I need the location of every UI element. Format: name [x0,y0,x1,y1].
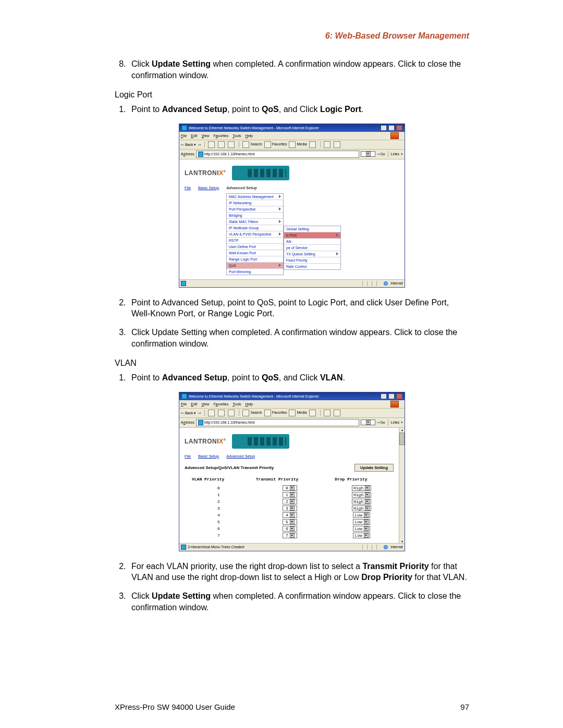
ie-brand-badge [390,401,399,408]
nav-basic-setup[interactable]: Basic Setup [198,186,219,190]
menu-favorites[interactable]: Favorites [213,134,228,138]
menu-item[interactable]: Range Logic Port [227,256,283,263]
media-button[interactable]: Media [289,141,307,148]
transmit-priority-select[interactable]: 3 [283,505,297,511]
menu-view[interactable]: View [201,134,209,138]
submenu-item[interactable]: TX Queue Setting [284,251,340,257]
stop-icon[interactable] [208,410,215,416]
menu-item[interactable]: Well-Known Port [227,250,283,256]
nav-advanced-setup[interactable]: Advanced Setup [226,186,257,190]
menu-item[interactable]: User Define Port [227,244,283,250]
history-icon[interactable] [309,141,316,148]
drop-priority-select[interactable]: Low [353,526,370,532]
submenu-item[interactable]: pe of Service [284,245,340,251]
mail-icon[interactable] [324,410,331,416]
nav-basic-setup[interactable]: Basic Setup [198,454,219,459]
menu-file[interactable]: File [181,402,187,406]
back-button[interactable]: ⇦ Back ▾ [181,143,196,146]
home-icon[interactable] [228,410,235,416]
menu-item[interactable]: Port Mirroring [227,269,283,275]
links-label[interactable]: Links [391,421,399,424]
update-setting-button[interactable]: Update Setting [354,464,394,472]
menu-item[interactable]: Static MAC Filters [227,219,283,225]
drop-priority-select[interactable]: Low [353,512,370,518]
menu-edit[interactable]: Edit [191,134,197,138]
vertical-scrollbar[interactable]: ▴ ▾ [399,428,405,543]
menu-tools[interactable]: Tools [232,134,241,138]
close-button[interactable] [396,393,402,399]
go-button[interactable]: ⇨Go [377,152,385,156]
maximize-button[interactable] [388,393,395,399]
menu-item[interactable]: Bridging [227,213,283,219]
menu-item[interactable]: Port Perspective [227,206,283,213]
history-icon[interactable] [309,410,316,416]
nav-file[interactable]: File [185,186,191,190]
drop-priority-select[interactable]: High [352,492,371,498]
menu-item[interactable]: VLAN & PVID Perspective [227,231,283,238]
go-button[interactable]: ⇨Go [377,421,385,425]
drop-priority-select[interactable]: High [352,505,371,511]
vlan-steps: Point to Advanced Setup, point to QoS, a… [115,372,469,384]
menu-item[interactable]: IP Multicast Group [227,225,283,231]
mail-icon[interactable] [324,141,331,148]
menu-view[interactable]: View [201,402,209,406]
transmit-priority-select[interactable]: 5 [283,519,297,525]
print-icon[interactable] [334,410,340,416]
address-dropdown[interactable] [361,151,375,157]
nav-file[interactable]: File [185,454,191,459]
refresh-icon[interactable] [218,410,225,416]
home-icon[interactable] [228,141,235,148]
address-input[interactable]: http://192.168.1.10/frames.html [196,151,360,158]
favorites-button[interactable]: Favorites [264,141,287,148]
title-bar[interactable]: Welcome to Ethernet Networks Switch Mana… [179,124,405,132]
title-bar[interactable]: Welcome to Ethernet Networks Switch Mana… [179,392,405,400]
menu-file[interactable]: FFileile [181,134,187,138]
menu-edit[interactable]: Edit [191,402,197,406]
minimize-button[interactable] [381,125,387,131]
drop-priority-select[interactable]: Low [353,533,370,538]
menu-help[interactable]: Help [246,134,253,138]
submenu-item[interactable]: Rate Control [284,264,340,269]
menu-tools[interactable]: Tools [232,402,241,406]
menu-item[interactable]: RSTP [227,238,283,244]
switch-image [232,166,289,180]
submenu-item[interactable]: AN [284,239,340,245]
media-button[interactable]: Media [289,410,307,416]
search-button[interactable]: Search [242,141,262,148]
search-button[interactable]: Search [242,410,262,416]
nav-advanced-setup[interactable]: Advanced Setup [226,454,255,459]
transmit-priority-select[interactable]: 6 [283,526,297,532]
submenu-item[interactable]: Global Setting [284,226,340,232]
address-input[interactable]: http://192.168.1.10/frames.html [196,419,360,426]
submenu-item[interactable]: Fixed Priority [284,257,340,264]
minimize-button[interactable] [381,393,387,399]
back-button[interactable]: ⇦ Back ▾ [181,411,196,415]
menu-item[interactable]: MAC Address Management [227,194,283,200]
submenu-item[interactable]: ic Port [284,232,340,239]
transmit-priority-select[interactable]: 7 [283,533,297,538]
forward-button[interactable]: ⇨ [198,143,201,146]
close-button[interactable] [396,125,402,131]
transmit-priority-select[interactable]: 4 [283,512,297,518]
menu-item[interactable]: IP Networking [227,200,283,206]
links-label[interactable]: Links [391,152,399,156]
menu-item[interactable]: QoS [227,263,283,269]
transmit-priority-select[interactable]: 1 [283,492,297,498]
forward-button[interactable]: ⇨ [198,411,201,415]
stop-icon[interactable] [208,141,215,148]
transmit-priority-select[interactable]: 0 [283,485,297,491]
address-dropdown[interactable] [361,419,375,425]
maximize-button[interactable] [388,125,395,131]
menu-help[interactable]: Help [246,402,253,406]
refresh-icon[interactable] [218,141,225,148]
drop-priority-select[interactable]: High [352,499,371,504]
menu-favorites[interactable]: Favorites [213,402,228,406]
cell-vlan-priority: 1 [187,491,251,498]
transmit-priority-select[interactable]: 2 [283,499,297,504]
nav-links: File Basic Setup Advanced Setup [185,186,399,190]
favorites-button[interactable]: Favorites [264,410,287,416]
scroll-thumb[interactable] [399,433,405,445]
print-icon[interactable] [334,141,340,148]
drop-priority-select[interactable]: High [352,485,371,491]
drop-priority-select[interactable]: Low [353,519,370,525]
